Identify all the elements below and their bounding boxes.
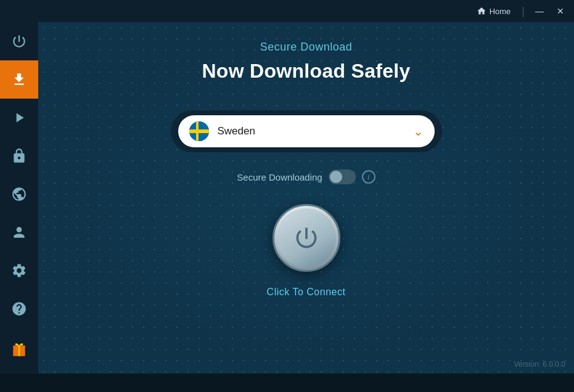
main-title: Now Download Safely	[202, 60, 410, 83]
sweden-flag	[189, 121, 209, 141]
download-icon	[11, 71, 27, 88]
close-icon: ✕	[557, 6, 564, 16]
titlebar-separator: |	[522, 5, 525, 18]
sidebar-item-power[interactable]	[0, 22, 38, 60]
main-content: Secure Download Now Download Safely Swed…	[38, 22, 574, 374]
status-bar	[0, 374, 574, 392]
titlebar-nav: Home | — ✕	[472, 2, 569, 20]
sidebar-item-settings[interactable]	[0, 251, 38, 290]
sidebar-item-user[interactable]	[0, 213, 38, 251]
subtitle: Secure Download	[260, 41, 353, 54]
info-icon[interactable]: i	[362, 170, 375, 184]
country-selector[interactable]: Sweden ⌄	[178, 115, 435, 147]
help-icon	[11, 301, 27, 317]
sidebar-item-lock[interactable]	[0, 137, 38, 175]
play-icon	[11, 110, 27, 126]
power-icon	[11, 33, 27, 49]
sidebar-item-gift[interactable]	[0, 330, 38, 369]
power-button-icon	[293, 224, 320, 251]
sidebar-item-download[interactable]	[0, 60, 38, 99]
minimize-icon: —	[535, 6, 544, 16]
connect-power-button[interactable]	[273, 204, 340, 272]
home-label: Home	[490, 7, 511, 16]
country-name: Sweden	[218, 125, 413, 137]
secure-downloading-toggle[interactable]	[329, 169, 356, 184]
power-button-wrap	[273, 204, 340, 272]
sidebar-item-ip[interactable]	[0, 175, 38, 213]
country-selector-wrap: Sweden ⌄	[171, 110, 442, 152]
chevron-down-icon: ⌄	[413, 124, 424, 139]
home-icon	[477, 6, 486, 16]
gift-icon	[11, 341, 27, 357]
click-to-connect-label[interactable]: Click To Connect	[267, 287, 346, 298]
sidebar-item-help[interactable]	[0, 290, 38, 328]
content-inner: Secure Download Now Download Safely Swed…	[38, 22, 574, 298]
minimize-button[interactable]: —	[531, 2, 548, 20]
ip-icon	[11, 186, 27, 202]
lock-icon	[11, 148, 27, 164]
toggle-row: Secure Downloading i	[237, 169, 375, 184]
titlebar: Home | — ✕	[0, 0, 574, 22]
close-button[interactable]: ✕	[552, 2, 569, 20]
version-footer: Version: 6.0.0.0	[514, 360, 565, 369]
secure-downloading-label: Secure Downloading	[237, 172, 322, 182]
version-text: Version: 6.0.0.0	[514, 360, 565, 369]
power-svg	[293, 224, 320, 251]
sidebar	[0, 22, 38, 374]
home-button[interactable]: Home	[472, 4, 516, 18]
country-flag	[189, 121, 209, 141]
svg-rect-2	[18, 346, 20, 356]
sidebar-item-play[interactable]	[0, 99, 38, 137]
app-body: Secure Download Now Download Safely Swed…	[0, 22, 574, 374]
user-icon	[11, 224, 27, 240]
settings-icon	[11, 263, 27, 279]
